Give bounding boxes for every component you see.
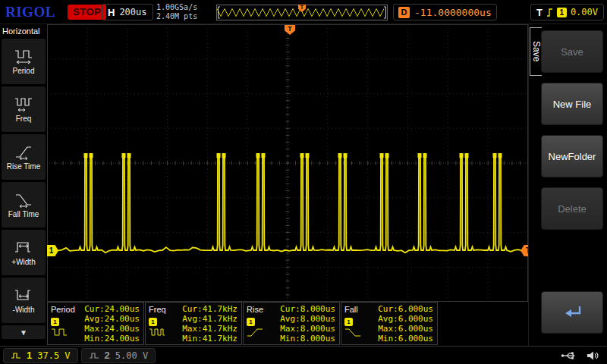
oscilloscope-screen: RIGOL STOP H 200us 1.00GSa/s 2.40M pts T… [0, 0, 607, 364]
measure-item-plus-width[interactable]: +Width [2, 230, 46, 275]
measurement-panel-fall[interactable]: Fall Cur:6.000us 1 Avg:6.000us Max:6.000… [341, 302, 438, 345]
measure-item-label: Freq [16, 115, 32, 123]
source-channel-badge: 1 [149, 318, 157, 326]
menu-tab-save: Save [530, 27, 542, 76]
rigol-logo: RIGOL [5, 4, 55, 20]
measurement-min: Min:8.000us [274, 334, 335, 344]
waveform-overview-strip[interactable]: T [216, 5, 388, 20]
channel2-status[interactable]: 2 5.00 V [81, 348, 156, 363]
delay-label-badge: D [398, 7, 410, 18]
channel2-wave-icon [89, 352, 99, 359]
measurement-cur: Cur:41.7kHz [182, 304, 237, 314]
frequency-measure-icon [149, 328, 165, 337]
return-arrow-icon [560, 303, 584, 322]
menu-button-back[interactable] [541, 291, 603, 334]
measurement-panel-freq[interactable]: Freq Cur:41.7kHz 1 Avg:41.7kHz Max:41.7k… [145, 302, 242, 345]
measure-item-label: Fall Time [8, 210, 39, 218]
source-channel-badge: 1 [344, 318, 353, 326]
measurement-avg: Avg:6.000us [372, 314, 433, 324]
delay-value: -11.0000000us [414, 7, 492, 18]
measurement-cur: Cur:8.000us [280, 304, 335, 314]
measure-item-label: Rise Time [7, 162, 40, 171]
measure-item-minus-width[interactable]: -Width [2, 278, 46, 323]
down-arrow-icon: ▼ [20, 328, 27, 337]
measure-item-fall-time[interactable]: Fall Time [2, 182, 46, 228]
run-state-badge[interactable]: STOP [68, 5, 106, 20]
fall-measure-icon [344, 328, 361, 337]
measurement-name: Fall [344, 305, 358, 314]
channel2-scale: 5.00 V [115, 350, 148, 361]
measurement-cur: Cur:24.00us [84, 304, 140, 314]
channel1-number: 1 [27, 350, 32, 361]
measurement-max: Max:41.7kHz [176, 324, 237, 334]
measurement-avg: Avg:8.000us [274, 314, 335, 324]
sample-rate-value: 1.00GSa/s [156, 3, 197, 12]
scope-grid-and-trace [47, 24, 528, 302]
trigger-level-value: 0.00V [571, 7, 598, 17]
measurement-min: Min:24.00us [78, 334, 140, 344]
measure-item-label: -Width [13, 306, 35, 314]
trigger-label: T [536, 7, 543, 18]
measurement-name: Period [51, 305, 75, 314]
channel1-scale: 37.5 V [37, 350, 70, 361]
rising-edge-icon [546, 8, 553, 17]
usb-icon [561, 351, 577, 360]
waveform-display: T 1 T [47, 24, 528, 302]
measure-menu: Horizontal Period Freq Rise Time [0, 24, 47, 346]
channel1-status[interactable]: 1 37.5 V [3, 348, 78, 363]
measure-menu-title: Horizontal [0, 24, 47, 39]
speaker-icon [587, 350, 599, 361]
delay-readout[interactable]: D -11.0000000us [393, 4, 497, 20]
measure-item-freq[interactable]: Freq [2, 86, 46, 132]
acquisition-readout: 1.00GSa/s 2.40M pts [156, 3, 197, 21]
trigger-readout[interactable]: T 1 0.00V [530, 4, 604, 20]
source-channel-badge: 1 [247, 318, 255, 326]
plus-width-icon [14, 239, 33, 256]
measurement-avg: Avg:24.00us [78, 314, 140, 324]
measurement-max: Max:6.000us [372, 324, 433, 334]
measure-item-period[interactable]: Period [2, 39, 46, 84]
top-bar: RIGOL STOP H 200us 1.00GSa/s 2.40M pts T… [0, 0, 607, 24]
measurement-panel-period[interactable]: Period Cur:24.00us 1 Avg:24.00us Max:24.… [47, 302, 144, 345]
period-icon [14, 48, 33, 64]
save-menu: Save Save New File NewFolder Delete [528, 24, 607, 346]
measurement-min: Min:6.000us [372, 334, 433, 344]
frequency-icon [14, 96, 33, 112]
rise-measure-icon [247, 328, 263, 337]
horizontal-timebase-readout[interactable]: H 200us [102, 4, 153, 20]
menu-button-save[interactable]: Save [541, 30, 603, 73]
menu-scroll-down[interactable]: ▼ [2, 325, 46, 339]
measurement-max: Max:24.00us [78, 324, 140, 334]
menu-button-new-folder[interactable]: NewFolder [541, 135, 603, 177]
minus-width-icon [14, 287, 33, 303]
source-channel-badge: 1 [51, 318, 59, 326]
timebase-value: 200us [119, 7, 146, 17]
bottom-bar: 1 37.5 V 2 5.00 V [0, 346, 607, 364]
fall-time-icon [14, 191, 33, 208]
measurement-avg: Avg:41.7kHz [176, 314, 237, 324]
trigger-source-badge: 1 [557, 8, 567, 17]
measurement-min: Min:41.7kHz [176, 334, 237, 344]
memory-depth-value: 2.40M pts [156, 12, 197, 21]
channel2-number: 2 [105, 350, 110, 361]
channel1-wave-icon [11, 352, 21, 359]
measurement-name: Freq [149, 305, 166, 314]
menu-button-delete[interactable]: Delete [541, 187, 603, 230]
measurement-panel-rise[interactable]: Rise Cur:8.000us 1 Avg:8.000us Max:8.000… [243, 302, 340, 345]
period-measure-icon [51, 328, 68, 337]
measurement-name: Rise [247, 305, 263, 314]
measure-item-rise-time[interactable]: Rise Time [2, 134, 46, 180]
menu-button-new-file[interactable]: New File [541, 83, 603, 125]
measure-item-label: +Width [11, 258, 35, 266]
measurement-max: Max:8.000us [274, 324, 335, 334]
measure-item-label: Period [13, 67, 35, 75]
measurement-cur: Cur:6.000us [378, 304, 433, 314]
measurement-results-row: Period Cur:24.00us 1 Avg:24.00us Max:24.… [47, 302, 438, 345]
horizontal-label: H [108, 7, 115, 18]
rise-time-icon [14, 143, 33, 160]
